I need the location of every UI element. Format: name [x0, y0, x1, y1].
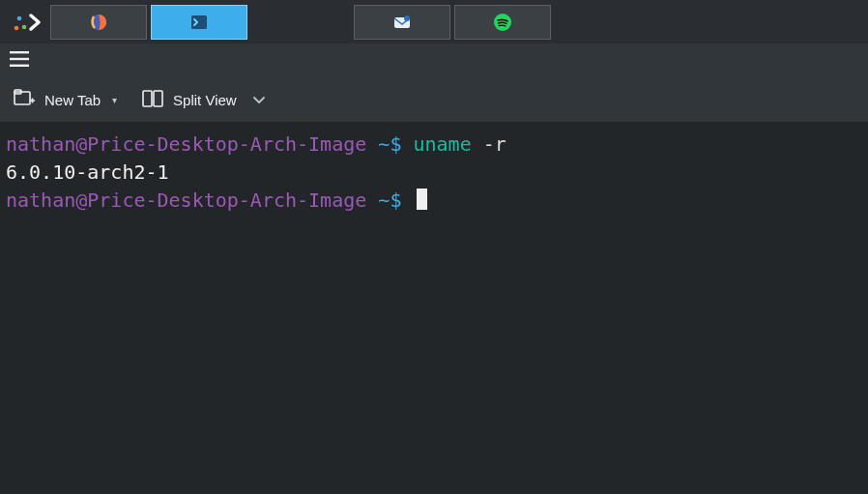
command: uname	[413, 132, 471, 156]
prompt-symbol: $	[390, 132, 401, 156]
taskbar	[0, 0, 868, 44]
svg-rect-13	[143, 91, 152, 106]
terminal-cursor	[417, 189, 427, 210]
prompt-user-host: nathan@Price-Desktop-Arch-Image	[6, 189, 366, 212]
prompt-path: ~	[378, 132, 390, 156]
split-view-label: Split View	[173, 92, 237, 108]
taskbar-item-firefox[interactable]	[50, 5, 147, 40]
new-tab-button[interactable]: New Tab ▾	[14, 89, 117, 111]
prompt-symbol: $	[390, 189, 401, 212]
konsole-icon	[189, 13, 209, 32]
svg-rect-14	[154, 91, 162, 106]
toolbar: New Tab ▾ Split View	[0, 78, 868, 123]
command-args: -r	[483, 132, 506, 156]
taskbar-item-email[interactable]	[354, 5, 450, 40]
svg-rect-4	[191, 15, 207, 29]
email-icon	[392, 13, 412, 32]
svg-point-0	[17, 15, 22, 20]
taskbar-item-spotify[interactable]	[454, 5, 551, 40]
menubar	[0, 44, 868, 78]
prompt-user-host: nathan@Price-Desktop-Arch-Image	[6, 132, 366, 156]
svg-point-1	[22, 24, 27, 29]
app-launcher[interactable]	[6, 0, 46, 44]
svg-rect-8	[10, 51, 29, 53]
new-tab-icon	[14, 89, 35, 111]
svg-point-6	[404, 15, 410, 21]
hamburger-menu-icon[interactable]	[10, 51, 29, 71]
chevron-down-icon	[252, 92, 266, 108]
spotify-icon	[493, 13, 512, 32]
svg-rect-9	[10, 58, 29, 60]
terminal-area[interactable]: nathan@Price-Desktop-Arch-Image ~$ uname…	[0, 123, 868, 494]
plasma-launcher-icon	[12, 8, 41, 37]
firefox-icon	[89, 13, 108, 32]
chevron-down-icon: ▾	[112, 95, 117, 105]
svg-rect-10	[10, 65, 29, 67]
new-tab-label: New Tab	[44, 92, 101, 108]
taskbar-item-konsole[interactable]	[151, 5, 247, 40]
split-view-icon	[142, 90, 163, 110]
svg-point-2	[14, 25, 19, 30]
terminal-window: New Tab ▾ Split View nathan@Price-Deskto…	[0, 44, 868, 494]
split-view-button[interactable]: Split View	[142, 90, 266, 110]
command-output: 6.0.10-arch2-1	[6, 160, 169, 184]
prompt-path: ~	[378, 189, 390, 212]
